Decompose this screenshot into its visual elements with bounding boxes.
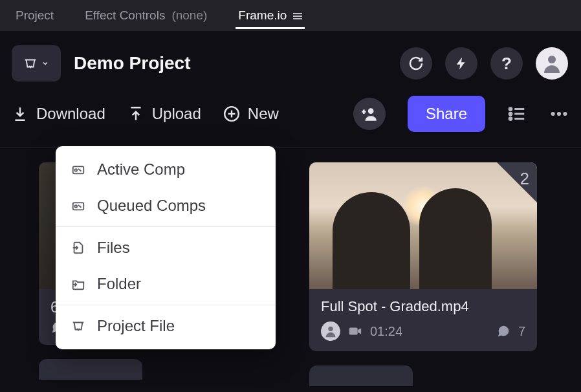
lightning-button[interactable] [445, 47, 477, 80]
list-icon [507, 104, 527, 124]
svg-point-7 [557, 112, 561, 116]
grid-column: 2 Full Spot - Graded.mp4 01:24 [309, 162, 537, 386]
svg-point-12 [75, 169, 78, 171]
download-button[interactable]: Download [12, 105, 105, 123]
avatar-icon [540, 52, 564, 75]
menu-item-folder[interactable]: Folder [56, 266, 276, 302]
uploader-avatar [321, 321, 340, 341]
asset-duration: 01:24 [370, 324, 402, 339]
comment-count: 7 [518, 324, 525, 339]
card-footer: Full Spot - Graded.mp4 01:24 [309, 289, 537, 351]
svg-point-14 [75, 205, 78, 208]
hamburger-icon[interactable] [293, 12, 302, 19]
file-in-icon [71, 241, 85, 255]
menu-label: Project File [97, 317, 175, 335]
help-button[interactable]: ? [490, 47, 523, 80]
upload-icon [127, 105, 144, 122]
project-switcher-button[interactable] [12, 45, 61, 82]
upload-label: Upload [152, 105, 201, 123]
svg-point-9 [328, 327, 333, 331]
project-icon [23, 56, 38, 71]
tab-effect-suffix: (none) [171, 8, 207, 23]
download-icon [12, 105, 28, 122]
new-dropdown-menu: Active Comp Queued Comps Files Folder Pr… [56, 146, 276, 349]
svg-point-4 [509, 113, 512, 115]
svg-point-8 [563, 112, 567, 116]
version-badge: 2 [520, 169, 529, 189]
list-view-button[interactable] [507, 104, 527, 124]
menu-label: Files [97, 239, 130, 257]
menu-item-queued-comps[interactable]: Queued Comps [56, 188, 276, 224]
more-horizontal-icon [549, 103, 569, 124]
version-badge-corner [497, 162, 537, 202]
menu-divider [56, 226, 276, 227]
menu-item-project-file[interactable]: Project File [56, 308, 276, 344]
svg-point-2 [368, 108, 374, 114]
folder-in-icon [71, 277, 85, 291]
thumbnail: 2 [309, 162, 537, 289]
tab-label: Effect Controls [85, 8, 165, 23]
menu-divider [56, 305, 276, 305]
share-label: Share [426, 105, 467, 122]
avatar-icon [323, 324, 338, 338]
toolbar: Download Upload New Share [0, 96, 581, 148]
add-user-icon [361, 105, 378, 122]
asset-title: Full Spot - Graded.mp4 [321, 298, 525, 315]
video-icon [348, 324, 362, 338]
refresh-button[interactable] [400, 47, 432, 80]
share-button[interactable]: Share [408, 96, 485, 132]
more-button[interactable] [549, 103, 569, 124]
menu-item-files[interactable]: Files [56, 230, 276, 266]
chevron-down-icon [41, 60, 49, 67]
folder-card-tab[interactable] [39, 359, 142, 380]
new-button[interactable]: New [223, 105, 279, 123]
tab-label: Frame.io [238, 8, 287, 23]
project-title: Demo Project [74, 53, 387, 74]
menu-label: Queued Comps [97, 197, 206, 215]
tab-label: Project [16, 8, 54, 23]
svg-point-3 [509, 108, 512, 111]
project-header: Demo Project ? [0, 31, 581, 96]
asset-card[interactable]: 2 Full Spot - Graded.mp4 01:24 [309, 162, 537, 351]
panel-tabs: Project Effect Controls (none) Frame.io [0, 0, 581, 31]
upload-button[interactable]: Upload [127, 105, 201, 123]
menu-label: Active Comp [97, 160, 185, 179]
user-avatar-button[interactable] [536, 47, 568, 80]
comp-icon [71, 162, 85, 177]
refresh-icon [408, 56, 424, 71]
menu-item-active-comp[interactable]: Active Comp [56, 151, 276, 188]
lightning-icon [454, 56, 468, 71]
comment-icon [496, 324, 510, 338]
tab-effect-controls[interactable]: Effect Controls (none) [82, 2, 210, 29]
svg-point-6 [551, 112, 555, 116]
question-icon: ? [501, 54, 512, 74]
comp-icon [71, 199, 85, 213]
new-label: New [248, 105, 279, 123]
add-user-button[interactable] [353, 98, 386, 130]
plus-circle-icon [223, 105, 240, 122]
menu-label: Folder [97, 275, 141, 293]
tab-frameio[interactable]: Frame.io [236, 2, 305, 29]
tab-project[interactable]: Project [13, 2, 56, 29]
download-label: Download [36, 105, 105, 123]
svg-point-0 [548, 56, 556, 63]
svg-rect-10 [349, 328, 358, 335]
project-file-icon [71, 319, 85, 333]
folder-card-tab[interactable] [309, 365, 413, 386]
svg-point-5 [509, 118, 512, 120]
